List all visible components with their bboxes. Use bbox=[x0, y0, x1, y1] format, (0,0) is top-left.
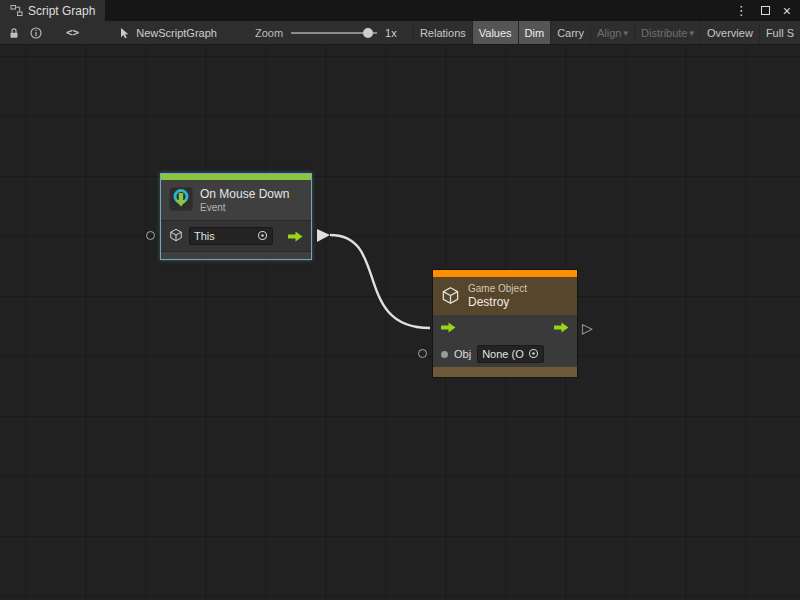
object-picker-icon[interactable] bbox=[528, 348, 539, 361]
toolbar-button-carry[interactable]: Carry bbox=[550, 21, 590, 44]
code-view-icon[interactable]: <> bbox=[66, 26, 79, 39]
chevron-down-icon: ▾ bbox=[624, 28, 629, 38]
align-label: Align bbox=[597, 27, 621, 39]
tab-script-graph[interactable]: Script Graph bbox=[0, 0, 105, 21]
destroy-node-header[interactable]: Game Object Destroy bbox=[433, 277, 577, 315]
chevron-down-icon: ▾ bbox=[690, 28, 695, 38]
control-output-port-icon[interactable] bbox=[288, 231, 303, 242]
destroy-node-accent-strip bbox=[433, 270, 577, 277]
destroy-node-category: Game Object bbox=[468, 283, 527, 295]
window-controls: ⋮ × bbox=[735, 0, 800, 21]
game-object-cube-icon bbox=[441, 286, 460, 307]
wire-path[interactable] bbox=[330, 235, 430, 328]
destroy-node-title: Destroy bbox=[468, 295, 527, 309]
node-on-mouse-down[interactable]: On Mouse Down Event This bbox=[160, 173, 312, 260]
event-node-input-port[interactable] bbox=[146, 231, 155, 240]
toolbar-button-overview[interactable]: Overview bbox=[700, 21, 759, 44]
game-object-cube-icon bbox=[169, 228, 183, 244]
toolbar-button-dim[interactable]: Dim bbox=[518, 21, 551, 44]
zoom-slider[interactable] bbox=[291, 32, 377, 34]
info-icon[interactable] bbox=[30, 27, 42, 39]
event-node-body: This bbox=[161, 220, 311, 251]
tab-label: Script Graph bbox=[28, 4, 95, 18]
event-node-subtitle: Event bbox=[200, 202, 289, 213]
toolbar-button-align[interactable]: Align ▾ bbox=[590, 21, 634, 44]
destroy-node-output-port[interactable]: ▷ bbox=[582, 321, 593, 335]
target-object-field[interactable]: This bbox=[189, 227, 273, 245]
lock-icon[interactable] bbox=[8, 27, 20, 39]
wire-arrowhead bbox=[317, 229, 330, 242]
toolbar-button-relations[interactable]: Relations bbox=[413, 21, 472, 44]
destroy-param-row: Obj None (O bbox=[433, 341, 577, 367]
event-node-title: On Mouse Down bbox=[200, 187, 289, 201]
toolbar-button-fullscreen[interactable]: Full S bbox=[759, 21, 800, 44]
node-destroy[interactable]: Game Object Destroy Obj bbox=[432, 269, 578, 378]
target-object-value: This bbox=[194, 230, 215, 242]
destroy-node-body: Obj None (O bbox=[433, 315, 577, 367]
object-picker-icon[interactable] bbox=[257, 230, 268, 243]
param-label: Obj bbox=[454, 348, 471, 360]
event-node-header[interactable]: On Mouse Down Event bbox=[161, 180, 311, 220]
script-graph-icon bbox=[10, 4, 23, 17]
connection-wire bbox=[0, 45, 800, 600]
graph-pointer-icon bbox=[119, 27, 131, 39]
graph-canvas[interactable]: On Mouse Down Event This bbox=[0, 45, 800, 600]
control-input-port-icon[interactable] bbox=[441, 322, 456, 335]
mouse-event-icon bbox=[169, 187, 193, 213]
breadcrumb-graph-name[interactable]: NewScriptGraph bbox=[136, 27, 217, 39]
window-menu-icon[interactable]: ⋮ bbox=[735, 4, 748, 17]
zoom-slider-knob[interactable] bbox=[363, 28, 373, 38]
toolbar-button-values[interactable]: Values bbox=[472, 21, 518, 44]
value-port-dot-icon[interactable] bbox=[441, 351, 448, 358]
event-node-footer bbox=[161, 251, 311, 259]
destroy-node-footer bbox=[433, 367, 577, 377]
object-reference-value: None (O bbox=[482, 348, 524, 360]
destroy-node-input-port[interactable] bbox=[418, 349, 427, 358]
toolbar-button-distribute[interactable]: Distribute ▾ bbox=[634, 21, 700, 44]
object-reference-field[interactable]: None (O bbox=[477, 345, 544, 363]
zoom-value: 1x bbox=[385, 27, 397, 39]
distribute-label: Distribute bbox=[641, 27, 687, 39]
zoom-label: Zoom bbox=[255, 27, 283, 39]
maximize-icon[interactable] bbox=[761, 6, 770, 15]
graph-toolbar: <> NewScriptGraph Zoom 1x Relations Valu… bbox=[0, 21, 800, 45]
window-tab-strip: Script Graph ⋮ × bbox=[0, 0, 800, 21]
destroy-control-row bbox=[433, 315, 577, 341]
toolbar-button-group: Relations Values Dim Carry Align ▾ Distr… bbox=[413, 21, 800, 44]
close-icon[interactable]: × bbox=[783, 4, 791, 18]
control-output-port-icon[interactable] bbox=[554, 322, 569, 335]
